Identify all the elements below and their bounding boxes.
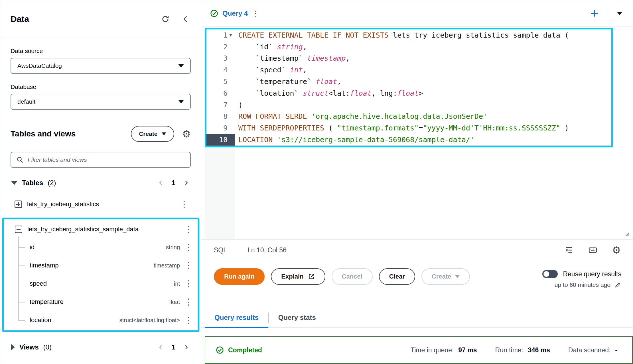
prev-page-button[interactable] [158, 180, 164, 186]
column-menu-button[interactable]: ⋮ [184, 243, 193, 251]
filter-input-wrap [11, 152, 191, 168]
create-button[interactable]: Create [131, 126, 174, 142]
code-text: `timestamp` timestamp, [235, 53, 350, 64]
column-row-speed: speedint⋮ [4, 275, 195, 293]
table-row-sample-data[interactable]: lets_try_iceberg_statistics_sample_data … [4, 220, 195, 238]
editor-settings-gear-icon[interactable]: ⚙ [612, 245, 621, 255]
page-number[interactable]: 1 [172, 179, 175, 187]
database-value: default [17, 98, 35, 105]
code-line-6[interactable]: 6 `location` struct<lat:float, lng:float… [206, 87, 611, 99]
views-section-label: Views [19, 343, 39, 351]
code-line-1[interactable]: 1▾CREATE EXTERNAL TABLE IF NOT EXISTS le… [206, 29, 611, 41]
page-number[interactable]: 1 [172, 343, 175, 351]
chevron-right-icon [183, 180, 189, 186]
line-number: 9 [206, 122, 235, 134]
annotation-highlight-code: 1▾CREATE EXTERNAL TABLE IF NOT EXISTS le… [205, 28, 613, 147]
query-tabs-bar: Query 4 ⋮ [201, 0, 633, 27]
table-menu-button[interactable]: ⋮ [184, 225, 193, 234]
resize-grip-icon [623, 230, 630, 237]
line-number: 10 [206, 134, 235, 146]
query-tabs-dropdown-button[interactable] [617, 12, 622, 15]
expand-caret-icon[interactable] [11, 181, 17, 185]
next-page-button[interactable] [183, 344, 189, 350]
chevron-left-icon [182, 15, 190, 23]
line-number: 7 [206, 99, 235, 111]
expand-table-icon[interactable] [15, 201, 22, 208]
code-line-9[interactable]: 9WITH SERDEPROPERTIES ( "timestamp.forma… [206, 122, 611, 134]
new-query-tab-button[interactable] [590, 9, 599, 18]
edit-pencil-icon[interactable] [614, 281, 621, 288]
filter-tables-input[interactable] [28, 156, 185, 163]
collapse-table-icon[interactable] [15, 226, 22, 233]
column-menu-button[interactable]: ⋮ [184, 261, 193, 270]
clear-button[interactable]: Clear [379, 268, 415, 285]
code-text: WITH SERDEPROPERTIES ( "timestamp.format… [235, 122, 569, 134]
tab-query-stats[interactable]: Query stats [269, 308, 326, 327]
cancel-button[interactable]: Cancel [332, 268, 373, 285]
code-line-7[interactable]: 7) [206, 99, 611, 111]
code-line-10[interactable]: 10LOCATION 's3://iceberg-sample-data-569… [206, 134, 611, 146]
format-query-button[interactable] [565, 246, 573, 254]
explain-button[interactable]: Explain [271, 268, 325, 285]
code-line-8[interactable]: 8ROW FORMAT SERDE 'org.apache.hive.hcata… [206, 111, 611, 122]
chevron-left-icon [158, 344, 164, 350]
tab-menu-icon[interactable]: ⋮ [252, 9, 259, 18]
column-name: speed [30, 280, 47, 287]
table-name: lets_try_iceberg_statistics_sample_data [27, 226, 179, 233]
refresh-button[interactable] [161, 15, 170, 23]
fold-caret-icon[interactable]: ▾ [228, 32, 234, 38]
table-row-statistics[interactable]: lets_try_iceberg_statistics ⋮ [11, 195, 191, 213]
column-row-location: locationstruct<lat:float,lng:float>⋮ [4, 311, 195, 329]
metric-data-scanned: Data scanned: - [568, 346, 617, 354]
status-badge: Completed [228, 346, 262, 354]
code-line-3[interactable]: 3 `timestamp` timestamp, [206, 53, 611, 64]
code-text: ROW FORMAT SERDE 'org.apache.hive.hcatal… [235, 111, 487, 122]
next-page-button[interactable] [183, 180, 189, 186]
keyboard-shortcuts-button[interactable] [588, 246, 597, 255]
line-number: 8 [206, 111, 235, 122]
editor-resize-handle[interactable] [623, 230, 630, 237]
create-dropdown-button[interactable]: Create [421, 268, 470, 285]
explain-label: Explain [281, 273, 303, 280]
code-line-5[interactable]: 5 `temperature` float, [206, 76, 611, 87]
prev-page-button[interactable] [158, 344, 164, 350]
cursor-position: Ln 10, Col 56 [247, 246, 287, 254]
keyboard-icon [588, 246, 597, 255]
code-text: `speed` int, [235, 64, 307, 76]
metric-run-time: Run time: 346 ms [495, 346, 550, 354]
line-number: 5 [206, 76, 235, 87]
data-source-select[interactable]: AwsDataCatalog [11, 58, 191, 74]
run-again-button[interactable]: Run again [214, 268, 265, 285]
tab-label: Query stats [278, 314, 316, 322]
data-source-value: AwsDataCatalog [17, 62, 62, 69]
metric-value: - [615, 346, 617, 354]
column-menu-button[interactable]: ⋮ [184, 298, 193, 306]
column-menu-button[interactable]: ⋮ [184, 279, 193, 288]
chevron-down-icon [178, 100, 184, 103]
search-icon [16, 156, 24, 163]
table-menu-button[interactable]: ⋮ [180, 200, 188, 208]
column-menu-button[interactable]: ⋮ [184, 316, 193, 324]
tab-query-4[interactable]: Query 4 ⋮ [210, 9, 259, 18]
column-type: struct<lat:float,lng:float> [119, 317, 180, 324]
metric-label: Data scanned: [568, 346, 610, 354]
code-text: CREATE EXTERNAL TABLE IF NOT EXISTS lets… [235, 29, 569, 41]
query-status-banner: Completed Time in queue: 97 ms Run time:… [205, 336, 633, 364]
reuse-results-toggle[interactable] [542, 270, 558, 278]
column-type: timestamp [154, 262, 180, 269]
settings-gear-icon[interactable]: ⚙ [182, 129, 191, 139]
check-circle-icon [216, 346, 224, 354]
collapse-panel-button[interactable] [182, 15, 190, 23]
tab-query-results[interactable]: Query results [205, 308, 268, 327]
database-select[interactable]: default [11, 94, 191, 110]
panel-title: Data [11, 14, 29, 24]
data-panel-header: Data [0, 0, 201, 38]
column-name: timestamp [30, 262, 58, 269]
collapsed-caret-icon[interactable] [11, 344, 15, 350]
query-editor[interactable]: 1▾CREATE EXTERNAL TABLE IF NOT EXISTS le… [201, 27, 633, 239]
code-line-4[interactable]: 4 `speed` int, [206, 64, 611, 76]
metric-value: 97 ms [458, 346, 477, 354]
code-text: `id` string, [235, 41, 307, 53]
code-line-2[interactable]: 2 `id` string, [206, 41, 611, 53]
chevron-left-icon [158, 180, 164, 186]
